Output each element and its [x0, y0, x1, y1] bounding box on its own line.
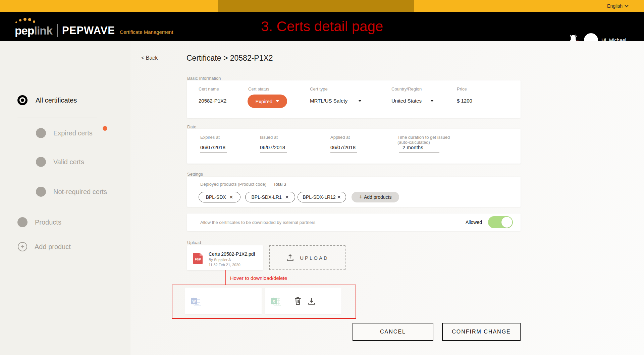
- svg-text:PDF: PDF: [195, 258, 201, 261]
- allowed-state-label: Allowed: [466, 220, 482, 225]
- add-products-button[interactable]: + Add products: [352, 192, 399, 202]
- section-label-upload: Upload: [187, 240, 201, 245]
- download-permission-toggle[interactable]: [488, 216, 513, 228]
- caret-down-icon: [430, 100, 434, 102]
- product-chip-bpl-sdx-lr1[interactable]: BPL-SDX-LR1 ✕: [245, 192, 295, 202]
- word-file-icon: W: [191, 297, 201, 306]
- sidebar-item-label: Valid certs: [53, 158, 84, 166]
- add-products-label: Add products: [364, 194, 392, 200]
- confirm-change-button[interactable]: CONFIRM CHANGE: [442, 323, 521, 341]
- total-label: Total 3: [273, 182, 286, 187]
- uploaded-file-card[interactable]: PDF Certs 20582-P1X2.pdf By Supplier A 1…: [187, 245, 263, 270]
- top-language-bar: English: [0, 0, 644, 12]
- app-name-label: Certificate Management: [120, 29, 173, 35]
- hover-file-card-doc[interactable]: W Delivery note.doc By Supplier A 14:00 …: [185, 288, 262, 314]
- cert-type-dropdown[interactable]: MRTL/US Safety: [310, 98, 362, 106]
- circle-icon: [36, 187, 46, 197]
- sidebar-item-label: All certificates: [36, 97, 77, 104]
- sidebar-item-add-product[interactable]: + Add product: [18, 242, 71, 251]
- cert-name-label: Cert name: [199, 86, 219, 92]
- expires-at-input[interactable]: 06/07/2018: [200, 144, 227, 153]
- download-permission-label: Allow the certificates to be downloaded …: [200, 220, 315, 225]
- language-selector[interactable]: English: [607, 0, 628, 12]
- remove-chip-icon[interactable]: ✕: [285, 194, 289, 200]
- logo-divider: [57, 24, 58, 37]
- hover-file-card-excel[interactable]: X XXX Report. exel By Peplink A 14:00 Fe…: [265, 288, 341, 314]
- product-chip-bpl-sdx-lr12[interactable]: BPL-SDX-LR12 ✕: [298, 192, 346, 202]
- pdf-file-icon: PDF: [193, 253, 203, 264]
- duration-label-line2: (auto-calculated): [397, 140, 430, 145]
- svg-text:X: X: [273, 299, 275, 303]
- sidebar-divider: [17, 207, 97, 207]
- annotation-connector-line: [225, 270, 226, 285]
- price-label: Price: [457, 86, 467, 92]
- sidebar-item-label: Expired certs: [53, 129, 93, 137]
- file-uploader: By Supplier A: [209, 258, 231, 262]
- expires-at-label: Expires at: [200, 135, 220, 140]
- country-label: Country/Region: [391, 86, 422, 92]
- plus-circle-icon: +: [18, 242, 27, 251]
- sidebar-item-products[interactable]: Products: [17, 217, 61, 227]
- app-header: peplink PEPWAVE Certificate Management 3…: [0, 12, 644, 41]
- sidebar-item-not-required-certs[interactable]: Not-required certs: [36, 187, 107, 197]
- cancel-button[interactable]: CANCEL: [353, 323, 433, 341]
- upload-button[interactable]: UPLOAD: [269, 245, 345, 270]
- product-chip-bpl-sdx[interactable]: BPL-SDX ✕: [199, 192, 240, 202]
- applied-at-input[interactable]: 06/07/2018: [330, 144, 357, 153]
- plus-icon: +: [359, 194, 363, 201]
- section-label-basic-information: Basic Information: [187, 76, 221, 81]
- applied-at-label: Applied at: [330, 135, 350, 140]
- certificate-management-app: English peplink PEPWAVE Certificate Mana…: [0, 0, 644, 362]
- sidebar-item-label: Not-required certs: [53, 188, 107, 196]
- price-input[interactable]: $ 1200: [457, 98, 500, 106]
- cert-status-dropdown[interactable]: Expired: [248, 95, 287, 108]
- cert-type-value: MRTL/US Safety: [310, 98, 347, 104]
- cert-status-value: Expired: [256, 99, 273, 104]
- peplink-dots-logo-icon: [15, 17, 37, 24]
- logo-pepwave-text: PEPWAVE: [62, 24, 115, 37]
- country-dropdown[interactable]: United States: [391, 98, 434, 106]
- caret-down-icon: [276, 100, 279, 102]
- trash-icon[interactable]: [293, 296, 302, 306]
- annotation-note: Hover to download/delete: [230, 275, 287, 281]
- remove-chip-icon[interactable]: ✕: [337, 194, 341, 200]
- excel-file-icon: X: [271, 297, 281, 306]
- page-title: Certificate > 20582-P1X2: [186, 54, 273, 63]
- remove-chip-icon[interactable]: ✕: [229, 194, 233, 200]
- circle-icon: [17, 217, 28, 227]
- upload-icon: [286, 253, 294, 262]
- upload-label: UPLOAD: [300, 255, 329, 261]
- expired-alert-dot: [103, 126, 107, 131]
- target-icon: [17, 95, 28, 105]
- cert-name-input[interactable]: 20582-P1X2: [199, 98, 229, 106]
- sidebar-item-all-certificates[interactable]: All certificates: [17, 95, 77, 105]
- sidebar-divider: [17, 118, 97, 118]
- sidebar-item-label: Products: [35, 219, 61, 226]
- svg-text:W: W: [192, 299, 196, 303]
- chip-label: BPL-SDX-LR1: [252, 194, 282, 200]
- duration-value: 2 months: [399, 144, 439, 153]
- circle-icon: [36, 128, 46, 138]
- cert-type-label: Cert type: [310, 86, 328, 92]
- logo-link-text: link: [34, 24, 52, 37]
- file-name: Certs 20582-P1X2.pdf: [209, 251, 255, 257]
- duration-label: Time duration to get issued: [397, 135, 450, 140]
- sidebar-item-label: Add product: [35, 243, 71, 251]
- chip-label: BPL-SDX: [206, 194, 226, 200]
- cert-status-label: Cert status: [248, 86, 269, 92]
- section-label-settings: Settings: [187, 172, 203, 177]
- language-label: English: [607, 3, 623, 9]
- logo-pep-text: pep: [15, 24, 34, 37]
- sidebar-item-valid-certs[interactable]: Valid certs: [36, 157, 84, 167]
- topbar-dark-segment: [218, 0, 414, 12]
- slide-annotation-title: 3. Certs detail page: [261, 18, 383, 35]
- section-label-date: Date: [187, 124, 196, 129]
- country-value: United States: [391, 98, 422, 104]
- issued-at-input[interactable]: 06/07/2018: [260, 144, 287, 153]
- circle-icon: [36, 157, 46, 167]
- sidebar-item-expired-certs[interactable]: Expired certs: [36, 128, 93, 138]
- back-link[interactable]: < Back: [141, 55, 158, 61]
- download-icon[interactable]: [307, 297, 316, 306]
- sidebar: All certificates Expired certs Valid cer…: [0, 41, 130, 355]
- chevron-down-icon: [625, 3, 628, 7]
